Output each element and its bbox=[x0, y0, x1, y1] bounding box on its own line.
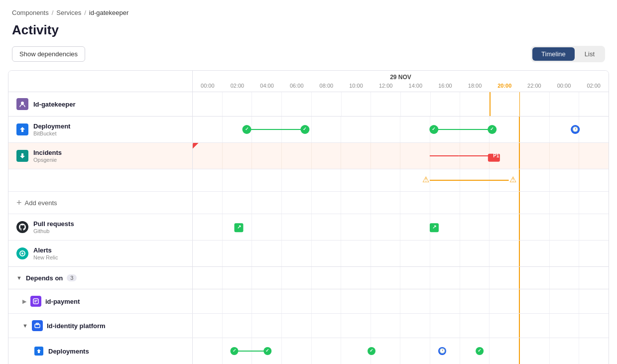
time-labels-row: 00:00 02:00 04:00 06:00 08:00 10:00 12:0… bbox=[193, 83, 609, 92]
depends-on-row: ▼ Depends on 3 bbox=[8, 267, 609, 289]
pr-sublabel: Github bbox=[33, 228, 74, 234]
alerts-row-right bbox=[193, 241, 609, 266]
svg-text:✓: ✓ bbox=[490, 126, 494, 131]
svg-text:✓: ✓ bbox=[478, 348, 482, 353]
newrelic-icon bbox=[16, 247, 28, 259]
deployment-sublabel: BitBucket bbox=[33, 130, 70, 136]
expand-id-payment-icon[interactable]: ▶ bbox=[22, 298, 26, 305]
gl13 bbox=[550, 92, 580, 116]
list-view-button[interactable]: List bbox=[576, 47, 604, 61]
deployment-row: Deployment BitBucket ✓ ✓ bbox=[8, 117, 609, 143]
svg-rect-8 bbox=[193, 143, 198, 148]
id-payment-right bbox=[193, 289, 609, 313]
pr-svg: ↗ ↗ bbox=[193, 214, 609, 240]
breadcrumb: Components / Services / id-gatekeeper bbox=[0, 0, 617, 20]
time-14: 14:00 bbox=[400, 83, 430, 92]
time-10: 10:00 bbox=[341, 83, 371, 92]
id-identity-icon bbox=[32, 320, 43, 331]
add-events-row-right bbox=[193, 192, 609, 214]
id-payment-left: ▶ id-payment bbox=[8, 289, 193, 313]
gl3 bbox=[252, 92, 282, 116]
add-events-button[interactable]: + Add events bbox=[8, 192, 193, 214]
collapse-depends-icon[interactable]: ▼ bbox=[16, 275, 22, 281]
date-label: 29 NOV bbox=[193, 74, 609, 83]
add-events-row: + Add events bbox=[8, 192, 609, 214]
deployments-sub-icon bbox=[34, 347, 43, 356]
deployments-sub-left: Deployments bbox=[8, 338, 193, 364]
warning-row: ⚠ ⚠ bbox=[8, 169, 609, 192]
time-20: 20:00 bbox=[490, 83, 519, 92]
page-title: Activity bbox=[0, 20, 617, 46]
time-00-1: 00:00 bbox=[193, 83, 223, 92]
time-04: 04:00 bbox=[252, 83, 282, 92]
time-12: 12:00 bbox=[371, 83, 401, 92]
svg-text:✓: ✓ bbox=[370, 348, 373, 353]
gl6 bbox=[342, 92, 371, 116]
deployment-label: Deployment bbox=[33, 122, 70, 130]
gl4 bbox=[282, 92, 312, 116]
service-row-left: Id-gatekeeper bbox=[8, 92, 193, 116]
incidents-row: Incidents Opsgenie ! bbox=[8, 143, 609, 169]
gl11-now bbox=[490, 92, 520, 116]
timeline-container: 29 NOV 00:00 02:00 04:00 06:00 08:00 10:… bbox=[8, 70, 609, 364]
deployments-sub-row: Deployments ✓ ✓ ✓ 🕐 bbox=[8, 338, 609, 364]
collapse-id-identity-icon[interactable]: ▼ bbox=[22, 323, 28, 329]
breadcrumb-components[interactable]: Components bbox=[12, 9, 49, 16]
id-identity-row: ▼ Id-identity platform bbox=[8, 314, 609, 338]
svg-point-14 bbox=[21, 252, 23, 254]
pr-labels: Pull requests Github bbox=[33, 220, 74, 234]
page: Components / Services / id-gatekeeper Ac… bbox=[0, 0, 617, 364]
gl14 bbox=[579, 92, 609, 116]
alerts-sublabel: New Relic bbox=[33, 254, 58, 260]
id-identity-label: Id-identity platform bbox=[47, 322, 106, 330]
gl7 bbox=[371, 92, 401, 116]
grid-lines bbox=[193, 92, 609, 116]
svg-text:🕐: 🕐 bbox=[572, 126, 579, 132]
incidents-row-right: ! ! P1 bbox=[193, 143, 609, 169]
service-row: Id-gatekeeper bbox=[8, 92, 609, 117]
inc-diamond-2[interactable]: ! bbox=[193, 143, 198, 148]
id-identity-right bbox=[193, 314, 609, 338]
alerts-labels: Alerts New Relic bbox=[33, 246, 58, 260]
gl12 bbox=[520, 92, 550, 116]
depends-on-label: Depends on bbox=[26, 274, 63, 282]
github-icon bbox=[16, 221, 28, 233]
breadcrumb-current: id-gatekeeper bbox=[89, 9, 129, 16]
gl2 bbox=[223, 92, 252, 116]
timeline-header-left bbox=[8, 71, 193, 92]
deployments-sub-svg: ✓ ✓ ✓ 🕐 ✓ bbox=[193, 338, 609, 364]
pull-requests-row: Pull requests Github ↗ ↗ bbox=[8, 214, 609, 241]
warning-row-right: ⚠ ⚠ bbox=[193, 169, 609, 191]
deployment-labels: Deployment BitBucket bbox=[33, 122, 70, 136]
show-dependencies-button[interactable]: Show dependencies bbox=[12, 46, 85, 62]
timeline-view-button[interactable]: Timeline bbox=[532, 47, 575, 61]
svg-text:✓: ✓ bbox=[303, 126, 307, 131]
svg-point-0 bbox=[21, 102, 24, 105]
svg-text:🕐: 🕐 bbox=[439, 348, 446, 354]
time-02: 02:00 bbox=[223, 83, 252, 92]
deployment-row-right: ✓ ✓ ✓ ✓ 🕐 bbox=[193, 117, 609, 142]
breadcrumb-services[interactable]: Services bbox=[56, 9, 81, 16]
svg-text:✓: ✓ bbox=[265, 348, 269, 353]
service-name: Id-gatekeeper bbox=[33, 101, 76, 108]
service-row-right bbox=[193, 92, 609, 116]
deployment-icon bbox=[16, 123, 28, 135]
toolbar: Show dependencies Timeline List bbox=[0, 46, 617, 70]
svg-rect-16 bbox=[34, 300, 37, 301]
svg-text:↗: ↗ bbox=[432, 224, 436, 230]
gl8 bbox=[401, 92, 431, 116]
deployment-svg: ✓ ✓ ✓ ✓ 🕐 bbox=[193, 117, 609, 142]
warn-tri-2[interactable]: ⚠ bbox=[509, 175, 516, 184]
incidents-labels: Incidents Opsgenie bbox=[33, 149, 62, 163]
service-icon bbox=[16, 98, 28, 110]
incidents-label: Incidents bbox=[33, 149, 62, 156]
depends-on-left: ▼ Depends on 3 bbox=[8, 267, 193, 289]
svg-rect-17 bbox=[34, 302, 36, 303]
warn-tri-1[interactable]: ⚠ bbox=[422, 175, 429, 184]
svg-text:P1: P1 bbox=[493, 153, 499, 158]
depends-on-badge: 3 bbox=[67, 274, 77, 281]
gl5 bbox=[312, 92, 342, 116]
incidents-icon bbox=[16, 150, 28, 162]
now-line bbox=[490, 92, 491, 116]
deployment-row-left: Deployment BitBucket bbox=[8, 117, 193, 142]
